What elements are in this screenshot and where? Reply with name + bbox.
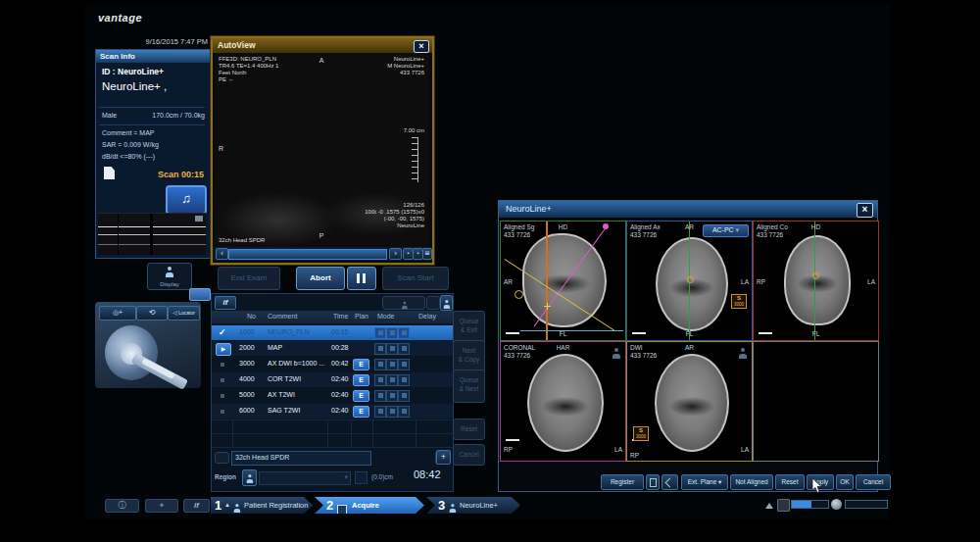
viewport-empty[interactable] xyxy=(753,341,879,462)
orientation-top: HAR xyxy=(501,344,625,352)
mode-icon[interactable] xyxy=(374,359,386,370)
mode-icon[interactable] xyxy=(374,406,386,418)
system-info-button[interactable]: ⓘ xyxy=(105,499,139,513)
tray-expand-icon[interactable] xyxy=(765,503,773,509)
table-row[interactable]: 3000 AX DWI b=1000 ... 00:42 E xyxy=(212,357,453,371)
series-badge[interactable]: S3000 xyxy=(633,426,649,441)
queue-next-button[interactable]: Queue& Next xyxy=(453,370,485,403)
step-neuroline[interactable]: 3 NeuroLine+ xyxy=(426,497,520,514)
corner-tool-button[interactable] xyxy=(662,474,678,490)
next-copy-button[interactable]: Next& Copy xyxy=(453,340,485,373)
table-row[interactable]: 5000 AX T2WI 02:40 E xyxy=(212,388,453,403)
viewport-aligned-ax[interactable]: Aligned Ax433 7726 AR AC-PC ▾ LA S3000 F… xyxy=(626,221,753,341)
patient-orientation-icon xyxy=(612,345,620,363)
register-button[interactable]: Register xyxy=(601,474,644,490)
not-aligned-button[interactable]: Not Aligned xyxy=(730,474,773,490)
autoview-image[interactable]: FFE3D: NEURO_PLN TR4.6 TE=1.4 400Hz 1 Fe… xyxy=(215,53,428,247)
mode-icon[interactable] xyxy=(386,327,398,339)
locator-button[interactable]: ◁ Locator xyxy=(168,306,200,320)
document-icon[interactable] xyxy=(104,167,115,179)
network-status-button[interactable]: ⌖ xyxy=(145,499,178,513)
mode-icon[interactable] xyxy=(398,359,410,370)
offset-checkbox[interactable] xyxy=(355,471,368,484)
col-no: No xyxy=(247,313,256,320)
mode-icon[interactable] xyxy=(398,343,410,355)
viewport-aligned-co[interactable]: Aligned Co433 7726 HD RP LA FL xyxy=(753,221,879,341)
small-blue-button[interactable] xyxy=(189,288,211,301)
reset-button[interactable]: Reset xyxy=(453,419,485,440)
pause-button[interactable] xyxy=(347,267,376,290)
viewport-series: 433 7726 xyxy=(504,352,535,360)
plan-badge[interactable]: E xyxy=(353,359,369,370)
acpc-dropdown[interactable]: AC-PC ▾ xyxy=(703,224,749,237)
comfort-sound-button[interactable]: ♫ xyxy=(166,185,207,215)
waveform-icon[interactable] xyxy=(195,216,203,222)
small-dim-button[interactable] xyxy=(426,296,440,310)
queue-dim-button[interactable] xyxy=(382,296,425,310)
queue-exit-button[interactable]: Queue& Exit xyxy=(453,311,485,344)
step-patient-registration[interactable]: 1 ▲ Patient Registration xyxy=(211,497,313,514)
cancel-button[interactable]: Cancel xyxy=(856,474,891,490)
layout-button[interactable]: ⊞ xyxy=(422,248,432,260)
mode-icon[interactable] xyxy=(398,390,410,402)
region-patient-button[interactable] xyxy=(242,469,257,486)
if-tool-button[interactable]: if xyxy=(183,499,210,513)
col-time: Time xyxy=(333,313,348,320)
mode-icon[interactable] xyxy=(386,343,398,355)
autoview-titlebar[interactable]: AutoView × xyxy=(213,38,432,53)
mode-icon[interactable] xyxy=(386,359,398,370)
patient-button[interactable] xyxy=(440,295,453,311)
add-coil-button[interactable]: + xyxy=(436,450,451,465)
ext-plane-button[interactable]: Ext. Plane ▾ xyxy=(681,474,728,490)
axial-plane-line[interactable] xyxy=(546,222,548,340)
abort-button[interactable]: Abort xyxy=(296,267,345,290)
plan-badge[interactable]: E xyxy=(353,406,369,418)
mode-icon[interactable] xyxy=(374,343,386,355)
plan-badge[interactable]: E xyxy=(353,374,369,386)
handle-marker[interactable] xyxy=(514,290,523,299)
viewport-dwi[interactable]: DWI433 7726 AR S3000 RP LA xyxy=(626,341,753,462)
coil-tag-button[interactable] xyxy=(215,452,229,464)
couch-rotate-button[interactable]: ⟲ xyxy=(136,306,168,320)
rotate-icon: ⟲ xyxy=(149,308,156,317)
end-exam-button[interactable]: End Exam xyxy=(218,267,280,290)
table-row[interactable]: 4000 COR T2WI 02:40 E xyxy=(212,372,453,387)
mode-icon[interactable] xyxy=(386,406,398,418)
autoview-title: AutoView xyxy=(218,40,256,50)
mode-icon[interactable] xyxy=(386,390,398,402)
scroll-left-button[interactable]: ‹ xyxy=(216,248,228,260)
scale-ruler xyxy=(412,137,418,182)
list-tool-button[interactable] xyxy=(646,474,660,490)
step-acquire[interactable]: 2 Acquire xyxy=(315,497,424,514)
table-row[interactable]: ▶ 2000 MAP 00:28 xyxy=(212,341,453,356)
cancel-button[interactable]: Cancel xyxy=(453,444,485,466)
gantry-plus-button[interactable]: ◎+ xyxy=(99,306,136,320)
neuroline-titlebar[interactable]: NeuroLine+ × xyxy=(499,201,877,218)
scroll-track[interactable] xyxy=(228,249,387,260)
series-badge[interactable]: S3000 xyxy=(731,294,747,309)
plan-badge[interactable]: E xyxy=(353,390,369,402)
coil-field[interactable]: 32ch Head SPDR xyxy=(231,451,371,466)
display-button[interactable]: Display xyxy=(147,263,192,290)
table-row[interactable]: ✓ 1000 NEURO_PLN 00:15 xyxy=(212,325,453,340)
mode-icon[interactable] xyxy=(374,390,386,402)
table-row[interactable]: 6000 SAG T2WI 02:40 E xyxy=(212,404,453,419)
ok-button[interactable]: OK xyxy=(836,474,854,490)
region-dropdown[interactable]: ▾ xyxy=(259,471,351,485)
mode-icon[interactable] xyxy=(374,374,386,386)
midline-plane-line[interactable] xyxy=(814,222,815,340)
mode-icon[interactable] xyxy=(398,406,410,418)
scroll-right-button[interactable]: › xyxy=(389,248,402,260)
scale-bar xyxy=(632,332,646,334)
close-icon[interactable]: × xyxy=(414,40,429,53)
mode-icon[interactable] xyxy=(398,374,410,386)
viewport-coronal[interactable]: CORONAL433 7726 HAR RP LA xyxy=(500,341,626,462)
scan-start-button[interactable]: Scan Start xyxy=(382,267,449,290)
mode-icon[interactable] xyxy=(386,374,398,386)
if-condition-button[interactable]: if xyxy=(215,296,236,310)
viewport-aligned-sg[interactable]: Aligned Sg433 7726 HD AR FL xyxy=(500,221,626,341)
close-icon[interactable]: × xyxy=(857,203,873,218)
mode-icon[interactable] xyxy=(398,327,410,339)
reset-button[interactable]: Reset xyxy=(775,474,805,490)
mode-icon[interactable] xyxy=(374,327,386,339)
